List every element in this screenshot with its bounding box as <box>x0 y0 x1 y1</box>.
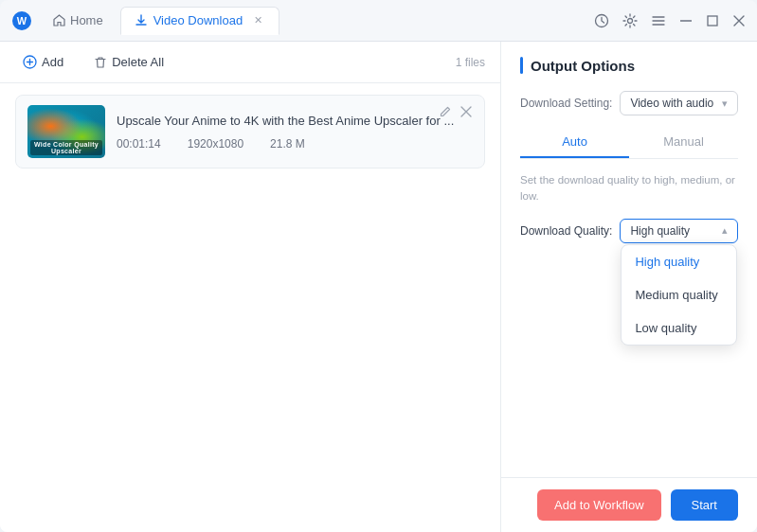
accent-bar <box>520 57 523 74</box>
maximize-button[interactable] <box>706 14 719 27</box>
tab-auto[interactable]: Auto <box>520 127 629 158</box>
quality-value: High quality <box>630 224 690 238</box>
table-row: Wide Color Quality Upscaler Upscale Your… <box>15 95 485 168</box>
file-actions <box>439 105 473 121</box>
delete-all-label: Delete All <box>112 55 164 69</box>
download-setting-select[interactable]: Video with audio ▾ <box>620 91 738 115</box>
high-quality-label: High quality <box>635 255 699 269</box>
thumbnail-label: Wide Color Quality Upscaler <box>30 140 102 155</box>
quality-description: Set the download quality to high, medium… <box>520 172 738 205</box>
trash-icon <box>94 56 107 69</box>
menu-icon[interactable] <box>651 13 666 28</box>
edit-button[interactable] <box>439 105 452 121</box>
file-thumbnail: Wide Color Quality Upscaler <box>27 105 105 158</box>
tab-close-button[interactable]: ✕ <box>250 13 265 28</box>
start-button[interactable]: Start <box>671 489 738 521</box>
quality-dropdown: High quality Medium quality Low quality <box>621 244 737 346</box>
titlebar-actions <box>594 13 746 28</box>
file-resolution: 1920x1080 <box>188 137 243 151</box>
mode-tabs: Auto Manual <box>520 127 738 159</box>
auto-tab-label: Auto <box>562 134 587 149</box>
quality-option-medium[interactable]: Medium quality <box>622 278 736 311</box>
download-setting-value: Video with audio <box>630 97 713 110</box>
quality-option-high[interactable]: High quality <box>622 245 736 278</box>
active-tab-label: Video Download <box>153 13 243 27</box>
file-count: 1 files <box>456 56 485 69</box>
toolbar: Add Delete All 1 files <box>0 42 500 83</box>
titlebar: W Home Video Download ✕ <box>0 0 757 42</box>
svg-text:W: W <box>17 15 27 27</box>
file-title: Upscale Your Anime to 4K with the Best A… <box>117 113 473 130</box>
add-label: Add <box>42 55 63 69</box>
manual-tab-label: Manual <box>663 134 704 149</box>
file-list: Wide Color Quality Upscaler Upscale Your… <box>0 83 500 532</box>
file-duration: 00:01:14 <box>117 137 161 151</box>
add-icon <box>23 55 37 69</box>
right-panel: Output Options Download Setting: Video w… <box>501 42 757 532</box>
left-panel: Add Delete All 1 files Wide Color Qualit… <box>0 42 501 532</box>
chevron-up-icon: ▴ <box>722 224 728 237</box>
chevron-down-icon: ▾ <box>722 98 728 110</box>
output-options-title: Output Options <box>531 58 635 74</box>
svg-rect-5 <box>708 16 717 26</box>
tab-video-download[interactable]: Video Download ✕ <box>120 7 279 35</box>
home-icon <box>53 14 65 27</box>
minimize-button[interactable] <box>679 14 693 27</box>
svg-point-3 <box>628 18 633 23</box>
history-icon[interactable] <box>594 13 609 28</box>
add-button[interactable]: Add <box>15 51 71 73</box>
download-icon <box>135 14 148 27</box>
medium-quality-label: Medium quality <box>635 288 717 302</box>
file-meta: 00:01:14 1920x1080 21.8 M <box>117 137 473 151</box>
tab-content-auto: Set the download quality to high, medium… <box>501 159 757 477</box>
output-options-header: Output Options <box>501 42 757 85</box>
quality-row: Download Quality: High quality ▴ High qu… <box>520 219 738 243</box>
tab-manual[interactable]: Manual <box>629 127 738 158</box>
download-setting-label: Download Setting: <box>520 97 612 110</box>
app-logo: W <box>11 10 32 31</box>
close-button[interactable] <box>732 14 746 27</box>
quality-option-low[interactable]: Low quality <box>622 311 736 345</box>
quality-label: Download Quality: <box>520 224 612 238</box>
quality-select[interactable]: High quality ▴ High quality Medium quali… <box>620 219 738 243</box>
main-layout: Add Delete All 1 files Wide Color Qualit… <box>0 42 757 532</box>
file-size: 21.8 M <box>270 137 305 151</box>
low-quality-label: Low quality <box>635 321 696 335</box>
remove-file-button[interactable] <box>460 105 473 121</box>
add-to-workflow-button[interactable]: Add to Workflow <box>537 489 660 521</box>
download-setting-row: Download Setting: Video with audio ▾ <box>501 85 757 127</box>
delete-all-button[interactable]: Delete All <box>86 51 171 73</box>
home-tab-label: Home <box>70 13 103 27</box>
tab-home[interactable]: Home <box>40 8 117 33</box>
bottom-actions: Add to Workflow Start <box>501 477 757 532</box>
file-info: Upscale Your Anime to 4K with the Best A… <box>117 113 473 151</box>
settings-icon[interactable] <box>622 13 638 28</box>
